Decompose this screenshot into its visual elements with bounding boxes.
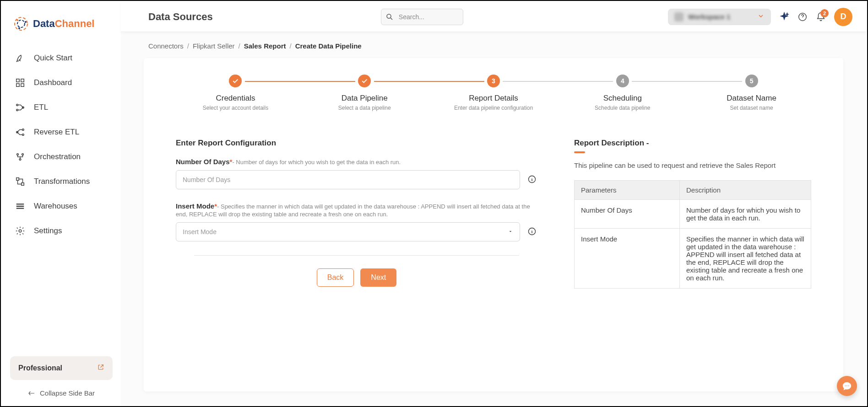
nav-warehouses[interactable]: Warehouses bbox=[10, 194, 113, 219]
crumb-flipkart[interactable]: Flipkart Seller bbox=[193, 42, 235, 50]
rocket-icon bbox=[15, 53, 26, 64]
nav-settings[interactable]: Settings bbox=[10, 219, 113, 243]
svg-point-26 bbox=[846, 386, 847, 386]
step-title: Credentials bbox=[180, 94, 291, 103]
sparkle-icon[interactable] bbox=[779, 12, 789, 22]
desc-title: Report Description - bbox=[574, 139, 811, 148]
svg-point-15 bbox=[17, 154, 19, 155]
next-button[interactable]: Next bbox=[360, 268, 396, 287]
step-title: Report Details bbox=[439, 94, 549, 103]
svg-point-0 bbox=[15, 17, 27, 30]
step-data-pipeline[interactable]: Data Pipeline Select a data pipeline bbox=[309, 75, 420, 111]
svg-point-10 bbox=[16, 109, 18, 111]
svg-rect-18 bbox=[16, 178, 19, 181]
th-parameters: Parameters bbox=[575, 181, 680, 200]
svg-point-13 bbox=[22, 134, 24, 136]
nav-orchestration[interactable]: Orchestration bbox=[10, 145, 113, 169]
step-sub: Set dataset name bbox=[696, 105, 807, 111]
chat-fab[interactable] bbox=[837, 376, 857, 396]
svg-point-16 bbox=[22, 154, 24, 155]
svg-rect-5 bbox=[16, 79, 19, 82]
step-title: Data Pipeline bbox=[309, 94, 420, 103]
description-column: Report Description - This pipeline can b… bbox=[574, 139, 811, 289]
orchestration-icon bbox=[15, 151, 26, 162]
desc-underline bbox=[574, 151, 585, 153]
nav-dashboard[interactable]: Dashboard bbox=[10, 70, 113, 95]
main: Data Sources Workspace 1 bbox=[121, 2, 866, 405]
svg-point-25 bbox=[845, 386, 846, 386]
nav-label: Reverse ETL bbox=[34, 128, 79, 137]
field-label: Insert Mode*- Specifies the manner in wh… bbox=[176, 202, 537, 218]
notifications-button[interactable]: 2 bbox=[816, 12, 826, 22]
desc-text: This pipeline can be used to request and… bbox=[574, 161, 811, 169]
back-button[interactable]: Back bbox=[317, 268, 354, 287]
field-insert-mode: Insert Mode*- Specifies the manner in wh… bbox=[176, 202, 537, 241]
collapse-label: Collapse Side Bar bbox=[40, 389, 95, 397]
step-report-details[interactable]: 3 Report Details Enter data pipeline con… bbox=[439, 75, 549, 111]
svg-rect-6 bbox=[21, 79, 24, 82]
breadcrumb-separator: / bbox=[239, 42, 240, 50]
svg-point-4 bbox=[18, 27, 20, 29]
topbar-right: Workspace 1 2 D bbox=[668, 8, 852, 26]
step-sub: Select your account details bbox=[180, 105, 291, 111]
help-icon[interactable] bbox=[797, 12, 808, 22]
step-number: 4 bbox=[616, 75, 629, 87]
select-placeholder: Insert Mode bbox=[183, 228, 217, 236]
crumb-connectors[interactable]: Connectors bbox=[148, 42, 184, 50]
form-column: Enter Report Configuration Number Of Day… bbox=[176, 139, 537, 287]
gear-icon bbox=[15, 225, 26, 236]
stepper: Credentials Select your account details … bbox=[180, 75, 807, 111]
step-number: 3 bbox=[487, 75, 500, 87]
nav-etl[interactable]: ETL bbox=[10, 95, 113, 120]
warehouses-icon bbox=[15, 201, 26, 212]
external-link-icon bbox=[97, 364, 104, 373]
form-desc-row: Enter Report Configuration Number Of Day… bbox=[176, 139, 811, 289]
svg-point-3 bbox=[25, 21, 27, 23]
svg-point-20 bbox=[19, 230, 22, 232]
check-icon bbox=[229, 75, 242, 87]
svg-point-21 bbox=[387, 14, 391, 18]
search-wrap bbox=[381, 9, 463, 25]
chevron-down-icon bbox=[757, 12, 765, 21]
avatar-letter: D bbox=[841, 12, 846, 21]
logo[interactable]: DataChannel bbox=[2, 12, 121, 46]
step-sub: Enter data pipeline configuration bbox=[439, 105, 549, 111]
insert-mode-select[interactable]: Insert Mode bbox=[176, 222, 520, 241]
th-description: Description bbox=[680, 181, 811, 200]
param-desc: Number of days for which you wish to get… bbox=[680, 200, 811, 229]
page-title: Data Sources bbox=[148, 11, 213, 23]
crumb-sales-report[interactable]: Sales Report bbox=[244, 42, 286, 50]
step-dataset-name[interactable]: 5 Dataset Name Set dataset name bbox=[696, 75, 807, 111]
svg-point-17 bbox=[19, 159, 21, 161]
info-icon[interactable] bbox=[527, 227, 537, 237]
step-credentials[interactable]: Credentials Select your account details bbox=[180, 75, 291, 111]
nav-label: ETL bbox=[34, 103, 48, 112]
collapse-sidebar[interactable]: Collapse Side Bar bbox=[10, 389, 113, 397]
breadcrumb: Connectors / Flipkart Seller / Sales Rep… bbox=[121, 32, 866, 58]
form-section-title: Enter Report Configuration bbox=[176, 139, 537, 148]
topbar: Data Sources Workspace 1 bbox=[121, 2, 866, 32]
avatar[interactable]: D bbox=[834, 8, 852, 26]
crumb-create-pipeline[interactable]: Create Data Pipeline bbox=[295, 42, 362, 50]
svg-rect-19 bbox=[22, 183, 24, 186]
notification-badge: 2 bbox=[820, 9, 829, 17]
svg-point-2 bbox=[16, 19, 18, 21]
nav: Quick Start Dashboard ETL Reverse ETL Or… bbox=[2, 46, 121, 350]
days-input[interactable] bbox=[176, 170, 520, 189]
plan-card[interactable]: Professional bbox=[10, 356, 113, 380]
logo-text: DataChannel bbox=[33, 18, 94, 30]
sidebar: DataChannel Quick Start Dashboard ETL Re… bbox=[2, 2, 121, 405]
nav-transformations[interactable]: Transformations bbox=[10, 169, 113, 194]
workspace-dropdown[interactable]: Workspace 1 bbox=[668, 9, 771, 25]
info-icon[interactable] bbox=[527, 175, 537, 185]
nav-label: Warehouses bbox=[34, 202, 77, 211]
workspace-icon bbox=[674, 12, 684, 21]
param-table: Parameters Description Number Of Days Nu… bbox=[574, 180, 811, 289]
nav-quick-start[interactable]: Quick Start bbox=[10, 46, 113, 70]
table-row: Number Of Days Number of days for which … bbox=[575, 200, 811, 229]
grid-icon bbox=[15, 77, 26, 88]
nav-reverse-etl[interactable]: Reverse ETL bbox=[10, 120, 113, 145]
transformations-icon bbox=[15, 176, 26, 187]
param-name: Number Of Days bbox=[575, 200, 680, 229]
step-scheduling[interactable]: 4 Scheduling Schedule data pipeline bbox=[567, 75, 678, 111]
